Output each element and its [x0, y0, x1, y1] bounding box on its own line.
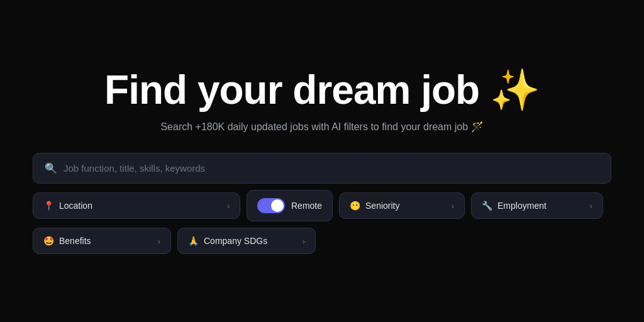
benefits-label: Benefits [59, 236, 91, 246]
search-section: 🔍 📍 Location › Remote 😶 Seniority › [33, 153, 611, 254]
employment-emoji: 🔧 [482, 201, 492, 211]
toggle-knob [271, 199, 284, 212]
search-bar[interactable]: 🔍 [33, 153, 611, 184]
main-title: Find your dream job ✨ [104, 68, 540, 112]
sdgs-label: Company SDGs [204, 236, 267, 246]
employment-filter-button[interactable]: 🔧 Employment › [471, 192, 603, 219]
subtitle: Search +180K daily updated jobs with AI … [104, 121, 540, 133]
location-chevron-icon: › [227, 201, 230, 211]
benefits-emoji: 🤩 [43, 236, 54, 246]
seniority-emoji: 😶 [350, 201, 360, 211]
search-input[interactable] [64, 163, 599, 174]
remote-toggle[interactable]: Remote [247, 190, 333, 221]
company-sdgs-filter-button[interactable]: 🙏 Company SDGs › [177, 228, 316, 254]
remote-toggle-switch[interactable] [257, 198, 285, 213]
second-filters-row: 🤩 Benefits › 🙏 Company SDGs › [33, 228, 611, 254]
filters-row: 📍 Location › Remote 😶 Seniority › 🔧 Empl… [33, 190, 611, 221]
hero-section: Find your dream job ✨ Search +180K daily… [104, 68, 540, 133]
seniority-label: Seniority [365, 201, 399, 211]
sdgs-emoji: 🙏 [188, 236, 199, 246]
employment-label: Employment [497, 201, 547, 211]
location-filter-button[interactable]: 📍 Location › [33, 192, 240, 219]
seniority-chevron-icon: › [452, 201, 454, 211]
search-icon: 🔍 [45, 162, 57, 174]
sdgs-chevron-icon: › [303, 236, 305, 246]
benefits-filter-button[interactable]: 🤩 Benefits › [33, 228, 171, 254]
benefits-chevron-icon: › [158, 236, 160, 246]
seniority-filter-button[interactable]: 😶 Seniority › [339, 192, 465, 219]
location-emoji: 📍 [43, 201, 54, 211]
employment-chevron-icon: › [590, 201, 592, 211]
remote-label: Remote [291, 201, 322, 211]
location-label: Location [59, 201, 92, 211]
